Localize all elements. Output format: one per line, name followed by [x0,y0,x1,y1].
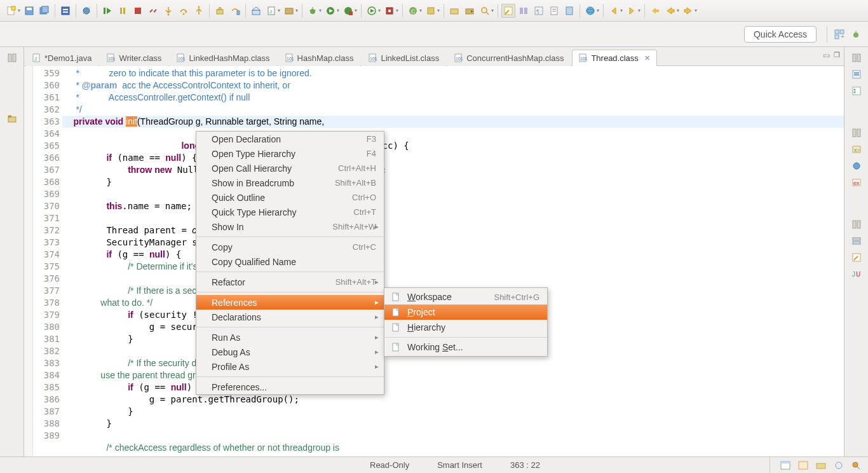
save-all-icon[interactable] [37,4,51,18]
code-content[interactable]: * zero to indicate that this parameter i… [64,66,844,456]
minimize-view-icon[interactable]: ▭ [823,51,830,60]
new-icon[interactable] [4,4,18,18]
new-java-icon[interactable]: J [264,4,278,18]
step-filters-icon[interactable] [228,4,242,18]
search-icon[interactable] [478,4,492,18]
close-icon[interactable]: ✕ [644,54,650,62]
svg-rect-105 [857,221,860,228]
ctx-copy[interactable]: CopyCtrl+C [196,240,384,254]
package-explorer-icon[interactable] [6,113,18,125]
new-plugin-icon[interactable] [424,4,438,18]
quick-access-button[interactable]: Quick Access [744,26,817,43]
svg-rect-6 [62,7,69,15]
toggle-mark-icon[interactable] [501,4,515,18]
terminate-icon[interactable] [131,4,145,18]
ext-tools-icon[interactable] [383,4,397,18]
forward-icon[interactable] [681,4,695,18]
quick-access-bar: Quick Access + [0,22,868,47]
ctx-debug-as[interactable]: Debug As [196,345,384,359]
tab-linkedlist[interactable]: 101 LinkedList.class [362,50,446,66]
tab-hashmap[interactable]: 101 HashMap.class [278,50,361,66]
restore-view-icon[interactable] [850,218,863,231]
last-edit-icon[interactable] [648,4,662,18]
ctx-references[interactable]: References [196,295,384,310]
new-type-icon[interactable]: C [406,4,420,18]
ctx-open-type-hierarchy[interactable]: Open Type HierarchyF4 [196,146,384,161]
drop-frame-icon[interactable] [213,4,227,18]
show-whitespace-icon[interactable]: ¶ [532,4,546,18]
step-over-icon[interactable] [177,4,191,18]
problems-icon[interactable] [815,460,827,471]
skip-breakpoints-icon[interactable] [79,4,93,18]
ctx-open-call-hierarchy[interactable]: Open Call HierarchyCtrl+Alt+H [196,161,384,175]
restore-view-icon[interactable] [850,51,863,64]
variables-icon[interactable]: x= [850,143,863,156]
step-return-icon[interactable] [192,4,206,18]
ctx-preferences-[interactable]: Preferences... [196,380,384,394]
ctx-profile-as[interactable]: Profile As [196,359,384,374]
display-icon[interactable] [850,251,863,264]
open-resource-icon[interactable] [547,4,561,18]
code-editor[interactable]: 359 360 361 362 363 364 365 366 367 368 … [24,66,844,456]
expressions-icon[interactable]: ex [850,176,863,189]
run-last-icon[interactable] [365,4,379,18]
ctx-refactor[interactable]: RefactorShift+Alt+T [196,275,384,289]
junit-icon[interactable]: JU [850,268,863,280]
svg-rect-43 [451,9,458,14]
search-view-icon[interactable] [850,460,863,471]
ctx-show-in[interactable]: Show InShift+Alt+W [196,219,384,234]
console-icon[interactable] [779,460,792,471]
task-list-icon[interactable] [850,68,863,81]
debug-icon[interactable] [306,4,320,18]
back-icon[interactable] [663,4,677,18]
breakpoints-icon[interactable] [850,160,863,172]
build-icon[interactable] [249,4,263,18]
svg-rect-90 [857,54,860,62]
prev-annotation-icon[interactable] [607,4,621,18]
open-type-icon[interactable] [463,4,477,18]
web-icon[interactable] [583,4,597,18]
ctx-run-as[interactable]: Run As [196,330,384,345]
ctx-declarations[interactable]: Declarations [196,310,384,324]
svg-marker-21 [218,7,222,10]
disconnect-icon[interactable] [146,4,160,18]
new-package-icon[interactable] [282,4,296,18]
svg-point-120 [853,462,858,467]
ctx-copy-qualified-name[interactable]: Copy Qualified Name [196,254,384,269]
toggle-block-icon[interactable] [517,4,531,18]
svg-text:101: 101 [370,57,377,61]
sm-working-set-[interactable]: Working Set... [384,339,547,355]
progress-icon[interactable] [832,460,845,471]
sm-hierarchy[interactable]: Hierarchy [384,320,547,335]
tab-thread[interactable]: 101 Thread.class ✕ [572,50,656,66]
resume-icon[interactable] [100,4,114,18]
save-icon[interactable] [22,4,36,18]
breadcrumb-icon[interactable] [58,4,72,18]
tab-demo1[interactable]: J *Demo1.java [25,50,98,66]
run-icon[interactable] [323,4,337,18]
pin-icon[interactable] [562,4,576,18]
outline-icon[interactable] [850,85,863,97]
tab-concurrenthashmap[interactable]: 101 ConcurrentHashMap.class [447,50,571,66]
suspend-icon[interactable] [116,4,130,18]
ctx-open-declaration[interactable]: Open DeclarationF3 [196,132,384,146]
servers-icon[interactable] [850,235,863,247]
sm-project[interactable]: Project [384,305,547,320]
tab-linkedhashmap[interactable]: 101 LinkedHashMap.class [170,50,276,66]
ctx-quick-type-hierarchy[interactable]: Quick Type HierarchyCtrl+T [196,205,384,219]
tab-writer[interactable]: 101 Writer.class [100,50,168,66]
next-annotation-icon[interactable] [625,4,639,18]
debug-perspective-icon[interactable] [849,27,863,41]
restore-view-icon[interactable] [850,127,863,139]
ctx-quick-outline[interactable]: Quick OutlineCtrl+O [196,190,384,205]
tasks-icon[interactable] [797,460,810,471]
svg-text:ex: ex [853,180,860,186]
restore-view-icon[interactable] [6,51,18,64]
coverage-icon[interactable] [341,4,355,18]
open-task-icon[interactable] [447,4,461,18]
sm-workspace[interactable]: WorkspaceShift+Ctrl+G [384,289,547,305]
maximize-view-icon[interactable]: ❐ [834,51,840,60]
step-into-icon[interactable] [161,4,175,18]
open-perspective-icon[interactable]: + [832,27,846,41]
ctx-show-in-breadcrumb[interactable]: Show in BreadcrumbShift+Alt+B [196,175,384,190]
